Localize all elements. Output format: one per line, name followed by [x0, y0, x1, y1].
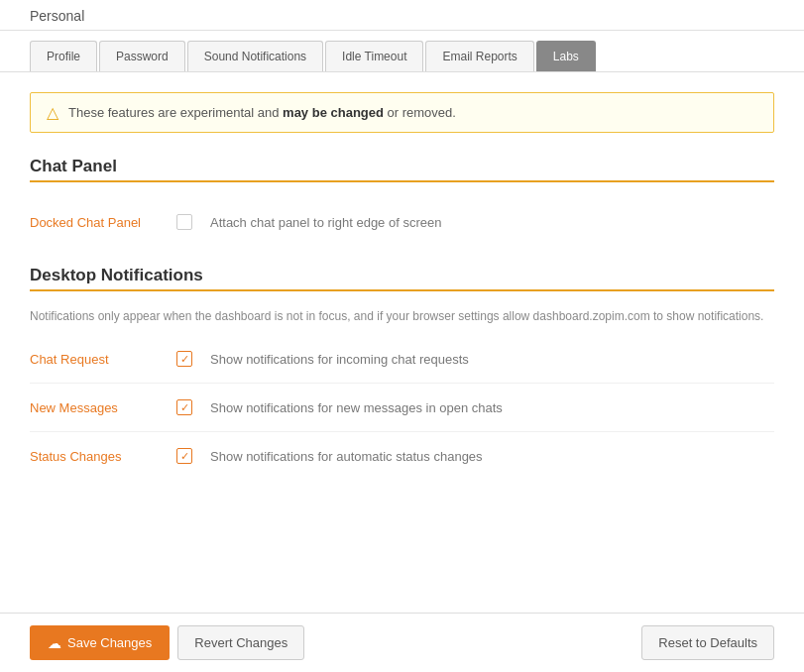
docked-chat-panel-description: Attach chat panel to right edge of scree…	[210, 215, 441, 230]
tab-labs[interactable]: Labs	[536, 41, 596, 71]
cloud-icon: ☁	[48, 635, 61, 651]
warning-icon: △	[47, 103, 58, 122]
reset-button[interactable]: Reset to Defaults	[641, 625, 774, 660]
revert-button[interactable]: Revert Changes	[177, 625, 304, 660]
chat-panel-section: Chat Panel Docked Chat Panel Attach chat…	[30, 157, 774, 246]
chat-request-row: Chat Request ✓ Show notifications for in…	[30, 335, 774, 384]
docked-chat-panel-row: Docked Chat Panel Attach chat panel to r…	[30, 198, 774, 246]
tab-profile[interactable]: Profile	[30, 41, 97, 71]
status-changes-description: Show notifications for automatic status …	[210, 449, 483, 464]
footer-left-buttons: ☁ Save Changes Revert Changes	[30, 625, 304, 660]
tabs-bar: Profile Password Sound Notifications Idl…	[0, 31, 804, 72]
status-changes-checkbox[interactable]: ✓	[174, 446, 194, 466]
status-changes-row: Status Changes ✓ Show notifications for …	[30, 432, 774, 480]
chat-request-checkbox[interactable]: ✓	[174, 349, 194, 369]
tab-password[interactable]: Password	[99, 41, 185, 71]
chat-panel-title: Chat Panel	[30, 157, 774, 176]
chat-request-description: Show notifications for incoming chat req…	[210, 352, 469, 367]
chat-request-label: Chat Request	[30, 352, 159, 367]
new-messages-label: New Messages	[30, 400, 159, 415]
status-changes-label: Status Changes	[30, 449, 159, 464]
new-messages-description: Show notifications for new messages in o…	[210, 400, 503, 415]
save-button[interactable]: ☁ Save Changes	[30, 625, 170, 660]
desktop-notifications-section: Desktop Notifications Notifications only…	[30, 266, 774, 480]
docked-chat-panel-label: Docked Chat Panel	[30, 215, 159, 230]
save-label: Save Changes	[67, 635, 152, 650]
checkbox-checked-icon-3[interactable]: ✓	[176, 448, 192, 464]
desktop-notifications-underline	[30, 289, 774, 291]
page-title: Personal	[30, 8, 84, 24]
tab-sound-notifications[interactable]: Sound Notifications	[187, 41, 323, 71]
desktop-notifications-note: Notifications only appear when the dashb…	[30, 307, 774, 325]
chat-panel-underline	[30, 180, 774, 182]
tab-idle-timeout[interactable]: Idle Timeout	[325, 41, 423, 71]
checkbox-checked-icon[interactable]: ✓	[176, 351, 192, 367]
checkbox-checked-icon-2[interactable]: ✓	[176, 399, 192, 415]
alert-box: △ These features are experimental and ma…	[30, 92, 774, 133]
new-messages-checkbox[interactable]: ✓	[174, 397, 194, 417]
tab-email-reports[interactable]: Email Reports	[425, 41, 533, 71]
desktop-notifications-title: Desktop Notifications	[30, 266, 774, 285]
checkbox-unchecked-icon[interactable]	[176, 214, 192, 230]
docked-chat-panel-checkbox[interactable]	[174, 212, 194, 232]
footer: ☁ Save Changes Revert Changes Reset to D…	[0, 613, 804, 672]
alert-text: These features are experimental and may …	[68, 105, 456, 120]
new-messages-row: New Messages ✓ Show notifications for ne…	[30, 384, 774, 432]
